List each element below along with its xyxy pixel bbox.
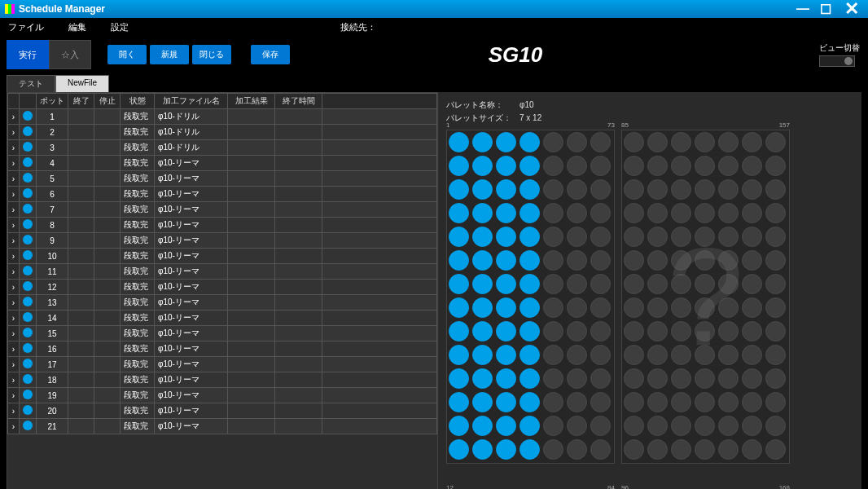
palette-cell[interactable]: [543, 156, 563, 176]
tab-test[interactable]: テスト: [7, 75, 55, 92]
palette-cell[interactable]: [519, 227, 540, 247]
palette-cell[interactable]: [742, 392, 762, 412]
palette-cell[interactable]: [519, 345, 540, 365]
palette-cell[interactable]: [472, 297, 493, 318]
palette-cell[interactable]: [543, 274, 563, 294]
palette-cell[interactable]: [543, 416, 563, 436]
palette-cell[interactable]: [496, 416, 516, 436]
table-row[interactable]: ›18段取完φ10-リーマ: [8, 372, 437, 388]
palette-cell[interactable]: [590, 416, 611, 436]
palette-cell[interactable]: [765, 227, 786, 247]
palette-cell[interactable]: [765, 250, 786, 271]
palette-cell[interactable]: [449, 416, 469, 436]
palette-cell[interactable]: [567, 156, 587, 176]
col-end[interactable]: 終了: [68, 94, 94, 109]
row-handle[interactable]: ›: [8, 311, 20, 326]
table-row[interactable]: ›14段取完φ10-リーマ: [8, 311, 437, 326]
palette-cell[interactable]: [695, 297, 715, 318]
palette-cell[interactable]: [496, 274, 516, 294]
view-switch[interactable]: ビュー切替: [819, 42, 860, 67]
palette-cell[interactable]: [519, 156, 540, 176]
palette-cell[interactable]: [472, 345, 493, 365]
palette-cell[interactable]: [647, 392, 668, 412]
palette-cell[interactable]: [718, 250, 739, 271]
palette-cell[interactable]: [449, 132, 469, 152]
palette-cell[interactable]: [624, 416, 644, 436]
palette-cell[interactable]: [567, 274, 587, 294]
palette-cell[interactable]: [671, 274, 691, 294]
row-handle[interactable]: ›: [8, 202, 20, 218]
palette-cell[interactable]: [742, 227, 762, 247]
palette-cell[interactable]: [472, 392, 493, 412]
col-file[interactable]: 加工ファイル名: [155, 94, 228, 109]
palette-cell[interactable]: [765, 132, 786, 152]
palette-cell[interactable]: [496, 439, 516, 460]
palette-cell[interactable]: [496, 156, 516, 176]
table-row[interactable]: ›16段取完φ10-リーマ: [8, 341, 437, 357]
palette-cell[interactable]: [718, 297, 739, 318]
palette-cell[interactable]: [718, 439, 739, 460]
palette-cell[interactable]: [590, 179, 611, 200]
table-row[interactable]: ›8段取完φ10-リーマ: [8, 218, 437, 233]
palette-cell[interactable]: [624, 274, 644, 294]
palette-cell[interactable]: [449, 156, 469, 176]
palette-cell[interactable]: [449, 203, 469, 223]
palette-cell[interactable]: [647, 156, 668, 176]
palette-cell[interactable]: [695, 416, 715, 436]
palette-cell[interactable]: [543, 203, 563, 223]
palette-cell[interactable]: [624, 297, 644, 318]
palette-cell[interactable]: [449, 392, 469, 412]
palette-cell[interactable]: [496, 345, 516, 365]
palette-cell[interactable]: [624, 227, 644, 247]
palette-cell[interactable]: [647, 416, 668, 436]
palette-cell[interactable]: [671, 368, 691, 389]
palette-cell[interactable]: [496, 227, 516, 247]
palette-cell[interactable]: [449, 439, 469, 460]
row-handle[interactable]: ›: [8, 249, 20, 264]
table-row[interactable]: ›15段取完φ10-リーマ: [8, 326, 437, 341]
row-handle[interactable]: ›: [8, 218, 20, 233]
palette-grid-1[interactable]: [446, 130, 615, 464]
palette-cell[interactable]: [567, 179, 587, 200]
palette-cell[interactable]: [647, 368, 668, 389]
row-handle[interactable]: ›: [8, 171, 20, 187]
palette-cell[interactable]: [647, 227, 668, 247]
palette-cell[interactable]: [472, 368, 493, 389]
palette-cell[interactable]: [671, 345, 691, 365]
open-button[interactable]: 開く: [107, 45, 147, 64]
palette-cell[interactable]: [718, 156, 739, 176]
palette-cell[interactable]: [543, 179, 563, 200]
palette-cell[interactable]: [718, 416, 739, 436]
palette-cell[interactable]: [590, 297, 611, 318]
palette-cell[interactable]: [671, 416, 691, 436]
palette-cell[interactable]: [543, 250, 563, 271]
palette-cell[interactable]: [543, 297, 563, 318]
palette-cell[interactable]: [590, 392, 611, 412]
palette-cell[interactable]: [567, 250, 587, 271]
palette-cell[interactable]: [695, 179, 715, 200]
table-row[interactable]: ›12段取完φ10-リーマ: [8, 280, 437, 295]
row-handle[interactable]: ›: [8, 187, 20, 202]
row-handle[interactable]: ›: [8, 140, 20, 156]
palette-cell[interactable]: [765, 321, 786, 341]
row-handle[interactable]: ›: [8, 156, 20, 171]
palette-cell[interactable]: [449, 321, 469, 341]
palette-cell[interactable]: [718, 203, 739, 223]
palette-cell[interactable]: [671, 439, 691, 460]
palette-cell[interactable]: [695, 203, 715, 223]
palette-cell[interactable]: [543, 368, 563, 389]
row-handle[interactable]: ›: [8, 388, 20, 403]
palette-cell[interactable]: [718, 132, 739, 152]
palette-cell[interactable]: [624, 439, 644, 460]
palette-cell[interactable]: [671, 132, 691, 152]
palette-cell[interactable]: [695, 250, 715, 271]
palette-cell[interactable]: [742, 156, 762, 176]
palette-cell[interactable]: [496, 179, 516, 200]
palette-cell[interactable]: [742, 345, 762, 365]
palette-cell[interactable]: [671, 392, 691, 412]
palette-cell[interactable]: [742, 250, 762, 271]
palette-cell[interactable]: [624, 392, 644, 412]
palette-cell[interactable]: [742, 203, 762, 223]
palette-cell[interactable]: [718, 321, 739, 341]
table-row[interactable]: ›1段取完φ10-ドリル: [8, 109, 437, 125]
